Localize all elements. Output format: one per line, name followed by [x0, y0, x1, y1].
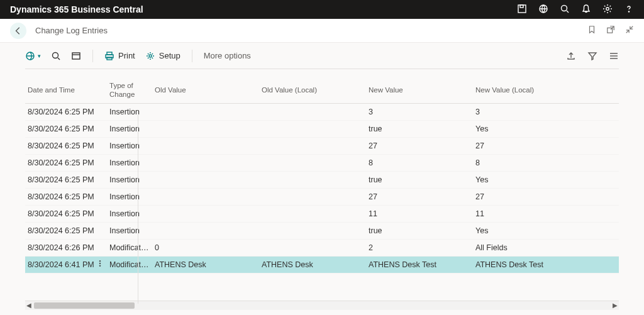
cell-new-value-local: 11 [473, 209, 580, 218]
change-log-table: Date and Time Type of Change Old Value O… [25, 69, 619, 301]
cell-new-value-local: Yes [473, 175, 580, 184]
table-row[interactable]: 8/30/2024 6:25 PMInsertiontrueYes [25, 172, 619, 189]
cell-new-value: true [366, 226, 473, 235]
cell-date-time: 8/30/2024 6:25 PM [25, 192, 107, 201]
table-row[interactable]: 8/30/2024 6:26 PMModification02All Field… [25, 240, 619, 257]
svg-point-15 [99, 263, 101, 264]
more-options-button[interactable]: More options [204, 51, 251, 60]
print-button[interactable]: Print [104, 51, 135, 61]
cell-new-value-local: 27 [473, 141, 580, 150]
share-icon[interactable] [566, 51, 576, 61]
cell-date-time: 8/30/2024 6:25 PM [25, 209, 107, 218]
col-old-value[interactable]: Old Value [152, 86, 259, 95]
command-bar: ▾ Print Setup [25, 43, 619, 69]
cell-new-value: 8 [366, 158, 473, 167]
app-brand: Dynamics 365 Business Central [10, 4, 143, 14]
search-list-icon[interactable] [51, 51, 61, 61]
cell-date-time: 8/30/2024 6:25 PM [25, 226, 107, 235]
cell-date-time: 8/30/2024 6:25 PM [25, 158, 107, 167]
cell-new-value: 3 [366, 108, 473, 116]
cell-type: Insertion [107, 124, 152, 133]
table-row[interactable]: 8/30/2024 6:25 PMInsertion88 [25, 155, 619, 172]
cell-new-value: 2 [366, 243, 473, 252]
row-menu-icon[interactable] [96, 260, 104, 267]
popout-icon[interactable] [606, 25, 615, 36]
save-icon[interactable] [517, 4, 527, 16]
page-header: Change Log Entries [0, 19, 644, 43]
collapse-icon[interactable] [625, 25, 634, 36]
col-old-value-local[interactable]: Old Value (Local) [259, 86, 366, 95]
table-row[interactable]: 8/30/2024 6:41 PM ModificationATHENS Des… [25, 257, 619, 274]
cell-new-value-local: All Fields [473, 243, 580, 252]
cell-date-time: 8/30/2024 6:25 PM [25, 141, 107, 150]
cell-new-value-local: 3 [473, 108, 580, 116]
cell-date-time: 8/30/2024 6:25 PM [25, 108, 107, 116]
cell-date-time: 8/30/2024 6:25 PM [25, 124, 107, 133]
col-new-value[interactable]: New Value [366, 86, 473, 95]
cell-old-value: 0 [152, 243, 259, 252]
cell-old-value-local: ATHENS Desk [259, 260, 366, 269]
cell-new-value: ATHENS Desk Test [366, 260, 473, 269]
svg-point-4 [606, 7, 609, 9]
cell-new-value: 27 [366, 141, 473, 150]
table-row[interactable]: 8/30/2024 6:25 PMInsertion2727 [25, 189, 619, 206]
cell-new-value-local: Yes [473, 124, 580, 133]
cell-new-value: 27 [366, 192, 473, 201]
back-button[interactable] [10, 23, 26, 39]
cell-type: Insertion [107, 108, 152, 116]
help-icon[interactable] [624, 4, 634, 16]
svg-point-5 [628, 11, 629, 11]
cell-type: Insertion [107, 141, 152, 150]
cell-new-value-local: 27 [473, 192, 580, 201]
list-layout-icon[interactable] [609, 51, 619, 61]
cell-date-time: 8/30/2024 6:26 PM [25, 243, 107, 252]
cell-type: Modification [107, 260, 152, 269]
table-row[interactable]: 8/30/2024 6:25 PMInsertiontrueYes [25, 223, 619, 240]
horizontal-scrollbar[interactable]: ◀ ▶ [25, 301, 619, 310]
col-new-value-local[interactable]: New Value (Local) [473, 86, 580, 95]
settings-icon[interactable] [602, 4, 613, 16]
svg-point-16 [99, 265, 101, 267]
cell-date-time: 8/30/2024 6:25 PM [25, 175, 107, 184]
cell-new-value-local: Yes [473, 226, 580, 235]
cell-new-value: true [366, 175, 473, 184]
cell-type: Insertion [107, 175, 152, 184]
notifications-icon[interactable] [581, 4, 591, 16]
svg-rect-9 [72, 53, 80, 59]
app-topbar: Dynamics 365 Business Central [0, 0, 644, 19]
svg-rect-0 [518, 5, 526, 13]
bookmark-icon[interactable] [587, 25, 596, 36]
cell-new-value-local: ATHENS Desk Test [473, 260, 580, 269]
cell-type: Insertion [107, 226, 152, 235]
views-button[interactable]: ▾ [25, 51, 41, 61]
svg-rect-1 [520, 5, 523, 8]
col-type-of-change[interactable]: Type of Change [107, 82, 152, 99]
cell-type: Insertion [107, 192, 152, 201]
cell-date-time: 8/30/2024 6:41 PM [25, 260, 107, 269]
cell-new-value-local: 8 [473, 158, 580, 167]
svg-point-3 [562, 5, 567, 11]
cell-old-value: ATHENS Desk [152, 260, 259, 269]
new-window-icon[interactable] [71, 51, 81, 61]
cell-type: Insertion [107, 209, 152, 218]
filter-icon[interactable] [587, 51, 597, 61]
cell-new-value: true [366, 124, 473, 133]
cell-new-value: 11 [366, 209, 473, 218]
page-title: Change Log Entries [35, 26, 108, 35]
col-date-time[interactable]: Date and Time [25, 86, 107, 95]
search-icon[interactable] [560, 4, 570, 16]
cell-type: Modification [107, 243, 152, 252]
svg-point-14 [99, 261, 101, 262]
setup-button[interactable]: Setup [145, 51, 180, 61]
table-row[interactable]: 8/30/2024 6:25 PMInsertion1111 [25, 206, 619, 223]
table-row[interactable]: 8/30/2024 6:25 PMInsertion33 [25, 104, 619, 121]
cell-type: Insertion [107, 158, 152, 167]
svg-rect-12 [107, 57, 112, 60]
svg-point-8 [53, 52, 58, 58]
environment-icon[interactable] [538, 4, 548, 16]
table-row[interactable]: 8/30/2024 6:25 PMInsertion2727 [25, 138, 619, 155]
table-row[interactable]: 8/30/2024 6:25 PMInsertiontrueYes [25, 121, 619, 138]
svg-point-13 [149, 55, 152, 57]
